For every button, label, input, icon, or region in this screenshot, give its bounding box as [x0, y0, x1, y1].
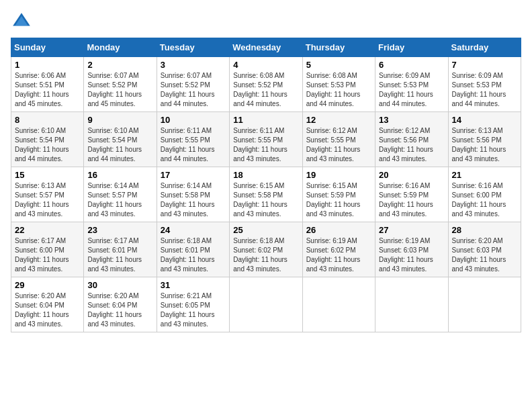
day-number: 16: [87, 170, 152, 180]
day-number: 15: [15, 170, 80, 180]
day-info: Sunrise: 6:20 AM Sunset: 6:03 PM Dayligh…: [452, 236, 517, 274]
column-header-tuesday: Tuesday: [157, 38, 229, 57]
day-info: Sunrise: 6:06 AM Sunset: 5:51 PM Dayligh…: [15, 71, 80, 109]
calendar-cell: 15 Sunrise: 6:13 AM Sunset: 5:57 PM Dayl…: [11, 167, 84, 222]
day-info: Sunrise: 6:14 AM Sunset: 5:58 PM Dayligh…: [161, 181, 226, 219]
day-number: 7: [452, 60, 517, 70]
day-info: Sunrise: 6:15 AM Sunset: 5:59 PM Dayligh…: [306, 181, 371, 219]
column-header-saturday: Saturday: [448, 38, 521, 57]
calendar-cell: 20 Sunrise: 6:16 AM Sunset: 5:59 PM Dayl…: [375, 167, 448, 222]
day-info: Sunrise: 6:20 AM Sunset: 6:04 PM Dayligh…: [87, 291, 152, 329]
day-number: 2: [87, 60, 152, 70]
day-number: 4: [233, 60, 298, 70]
column-header-monday: Monday: [84, 38, 157, 57]
day-number: 29: [15, 280, 80, 290]
calendar-cell: 23 Sunrise: 6:17 AM Sunset: 6:01 PM Dayl…: [84, 222, 157, 277]
day-number: 26: [306, 225, 371, 235]
calendar-cell: 29 Sunrise: 6:20 AM Sunset: 6:04 PM Dayl…: [11, 277, 84, 332]
day-number: 25: [233, 225, 298, 235]
day-info: Sunrise: 6:13 AM Sunset: 5:57 PM Dayligh…: [15, 181, 80, 219]
calendar-cell: 27 Sunrise: 6:19 AM Sunset: 6:03 PM Dayl…: [375, 222, 448, 277]
day-info: Sunrise: 6:11 AM Sunset: 5:55 PM Dayligh…: [161, 126, 226, 164]
day-number: 22: [15, 225, 80, 235]
day-number: 24: [161, 225, 226, 235]
page-header: [11, 11, 521, 32]
calendar-week-5: 29 Sunrise: 6:20 AM Sunset: 6:04 PM Dayl…: [11, 277, 521, 332]
column-header-friday: Friday: [375, 38, 448, 57]
day-number: 21: [452, 170, 517, 180]
day-info: Sunrise: 6:12 AM Sunset: 5:56 PM Dayligh…: [379, 126, 444, 164]
calendar-cell: 13 Sunrise: 6:12 AM Sunset: 5:56 PM Dayl…: [375, 112, 448, 167]
calendar-cell: 31 Sunrise: 6:21 AM Sunset: 6:05 PM Dayl…: [157, 277, 229, 332]
calendar-cell: 10 Sunrise: 6:11 AM Sunset: 5:55 PM Dayl…: [157, 112, 229, 167]
calendar-cell: 9 Sunrise: 6:10 AM Sunset: 5:54 PM Dayli…: [84, 112, 157, 167]
calendar-cell: 4 Sunrise: 6:08 AM Sunset: 5:52 PM Dayli…: [230, 57, 302, 112]
day-number: 8: [15, 115, 80, 125]
day-number: 27: [379, 225, 444, 235]
calendar-cell: [375, 277, 448, 332]
day-number: 20: [379, 170, 444, 180]
calendar-header-row: SundayMondayTuesdayWednesdayThursdayFrid…: [11, 38, 521, 57]
day-info: Sunrise: 6:16 AM Sunset: 5:59 PM Dayligh…: [379, 181, 444, 219]
calendar-cell: 16 Sunrise: 6:14 AM Sunset: 5:57 PM Dayl…: [84, 167, 157, 222]
day-number: 18: [233, 170, 298, 180]
calendar-week-2: 8 Sunrise: 6:10 AM Sunset: 5:54 PM Dayli…: [11, 112, 521, 167]
column-header-sunday: Sunday: [11, 38, 84, 57]
day-number: 1: [15, 60, 80, 70]
calendar-cell: [448, 277, 521, 332]
column-header-thursday: Thursday: [302, 38, 375, 57]
calendar-cell: 17 Sunrise: 6:14 AM Sunset: 5:58 PM Dayl…: [157, 167, 229, 222]
day-number: 19: [306, 170, 371, 180]
day-number: 6: [379, 60, 444, 70]
day-info: Sunrise: 6:07 AM Sunset: 5:52 PM Dayligh…: [87, 71, 152, 109]
day-number: 30: [87, 280, 152, 290]
day-info: Sunrise: 6:07 AM Sunset: 5:52 PM Dayligh…: [161, 71, 226, 109]
day-info: Sunrise: 6:08 AM Sunset: 5:52 PM Dayligh…: [233, 71, 298, 109]
calendar-cell: 1 Sunrise: 6:06 AM Sunset: 5:51 PM Dayli…: [11, 57, 84, 112]
column-header-wednesday: Wednesday: [230, 38, 302, 57]
day-info: Sunrise: 6:12 AM Sunset: 5:55 PM Dayligh…: [306, 126, 371, 164]
day-number: 23: [87, 225, 152, 235]
day-info: Sunrise: 6:15 AM Sunset: 5:58 PM Dayligh…: [233, 181, 298, 219]
day-info: Sunrise: 6:17 AM Sunset: 6:01 PM Dayligh…: [87, 236, 152, 274]
calendar-cell: 3 Sunrise: 6:07 AM Sunset: 5:52 PM Dayli…: [157, 57, 229, 112]
calendar-cell: 5 Sunrise: 6:08 AM Sunset: 5:53 PM Dayli…: [302, 57, 375, 112]
day-number: 13: [379, 115, 444, 125]
day-number: 11: [233, 115, 298, 125]
day-info: Sunrise: 6:19 AM Sunset: 6:03 PM Dayligh…: [379, 236, 444, 274]
logo-icon: [11, 11, 32, 32]
day-info: Sunrise: 6:19 AM Sunset: 6:02 PM Dayligh…: [306, 236, 371, 274]
calendar-cell: 18 Sunrise: 6:15 AM Sunset: 5:58 PM Dayl…: [230, 167, 302, 222]
day-number: 17: [161, 170, 226, 180]
calendar-cell: 25 Sunrise: 6:18 AM Sunset: 6:02 PM Dayl…: [230, 222, 302, 277]
calendar-cell: 7 Sunrise: 6:09 AM Sunset: 5:53 PM Dayli…: [448, 57, 521, 112]
day-number: 3: [161, 60, 226, 70]
calendar-cell: 19 Sunrise: 6:15 AM Sunset: 5:59 PM Dayl…: [302, 167, 375, 222]
calendar-cell: 2 Sunrise: 6:07 AM Sunset: 5:52 PM Dayli…: [84, 57, 157, 112]
calendar-cell: 6 Sunrise: 6:09 AM Sunset: 5:53 PM Dayli…: [375, 57, 448, 112]
day-info: Sunrise: 6:16 AM Sunset: 6:00 PM Dayligh…: [452, 181, 517, 219]
day-number: 12: [306, 115, 371, 125]
day-info: Sunrise: 6:09 AM Sunset: 5:53 PM Dayligh…: [379, 71, 444, 109]
day-number: 28: [452, 225, 517, 235]
calendar-week-3: 15 Sunrise: 6:13 AM Sunset: 5:57 PM Dayl…: [11, 167, 521, 222]
day-number: 10: [161, 115, 226, 125]
day-info: Sunrise: 6:14 AM Sunset: 5:57 PM Dayligh…: [87, 181, 152, 219]
day-info: Sunrise: 6:18 AM Sunset: 6:02 PM Dayligh…: [233, 236, 298, 274]
calendar-week-4: 22 Sunrise: 6:17 AM Sunset: 6:00 PM Dayl…: [11, 222, 521, 277]
day-info: Sunrise: 6:20 AM Sunset: 6:04 PM Dayligh…: [15, 291, 80, 329]
day-info: Sunrise: 6:18 AM Sunset: 6:01 PM Dayligh…: [161, 236, 226, 274]
calendar-cell: 30 Sunrise: 6:20 AM Sunset: 6:04 PM Dayl…: [84, 277, 157, 332]
day-info: Sunrise: 6:13 AM Sunset: 5:56 PM Dayligh…: [452, 126, 517, 164]
calendar-cell: 21 Sunrise: 6:16 AM Sunset: 6:00 PM Dayl…: [448, 167, 521, 222]
calendar-cell: 8 Sunrise: 6:10 AM Sunset: 5:54 PM Dayli…: [11, 112, 84, 167]
day-number: 14: [452, 115, 517, 125]
day-number: 9: [87, 115, 152, 125]
day-info: Sunrise: 6:08 AM Sunset: 5:53 PM Dayligh…: [306, 71, 371, 109]
day-info: Sunrise: 6:10 AM Sunset: 5:54 PM Dayligh…: [15, 126, 80, 164]
calendar-week-1: 1 Sunrise: 6:06 AM Sunset: 5:51 PM Dayli…: [11, 57, 521, 112]
calendar-cell: 11 Sunrise: 6:11 AM Sunset: 5:55 PM Dayl…: [230, 112, 302, 167]
calendar-table: SundayMondayTuesdayWednesdayThursdayFrid…: [11, 38, 521, 332]
calendar-cell: 28 Sunrise: 6:20 AM Sunset: 6:03 PM Dayl…: [448, 222, 521, 277]
day-info: Sunrise: 6:09 AM Sunset: 5:53 PM Dayligh…: [452, 71, 517, 109]
